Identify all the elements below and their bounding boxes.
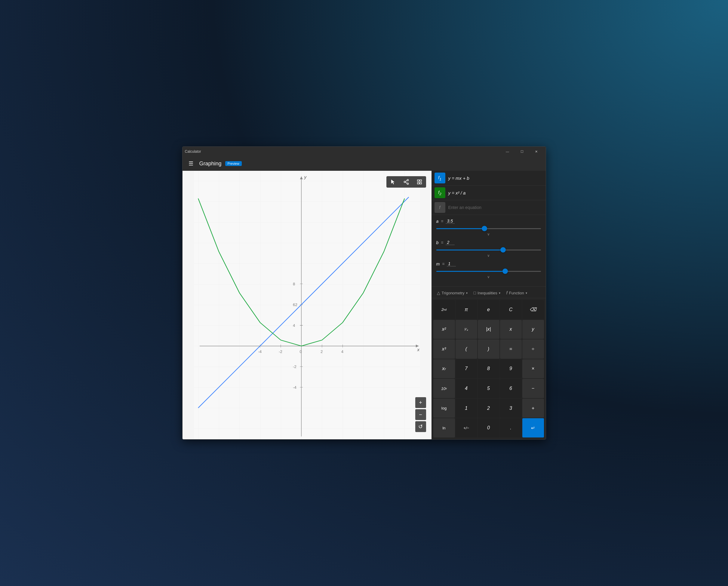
app-mode-title: Graphing (199, 161, 222, 167)
svg-marker-31 (391, 180, 394, 184)
minimize-button[interactable]: — (501, 147, 515, 156)
svg-rect-38 (420, 180, 422, 181)
key-5[interactable]: 5 (478, 379, 499, 398)
function-entry-1[interactable]: f1 y = mx + b (432, 171, 546, 186)
function-badge-1: f1 (435, 172, 445, 183)
slider-b-track[interactable] (436, 247, 541, 253)
graph-area[interactable]: x y -4 -2 0 2 4 6 4 -2 -4 (183, 171, 432, 439)
key-open-paren[interactable]: ( (456, 340, 477, 359)
calculator-window: Calculator — ☐ ✕ ☰ Graphing Preview (182, 146, 546, 440)
func-icon: f (506, 290, 508, 295)
key-2nd[interactable]: 2nd (433, 300, 455, 319)
tab-trigonometry[interactable]: △ Trigonometry ▾ (434, 289, 471, 297)
key-10x[interactable]: 10x (433, 379, 455, 398)
tab-function[interactable]: f Function ▾ (503, 289, 530, 297)
key-1[interactable]: 1 (456, 399, 477, 418)
zoom-controls: + − ↺ (415, 397, 426, 432)
keypad: 2nd π e C ⌫ x² ¹⁄ₓ |x| x y x³ ( ) = ÷ (432, 298, 546, 439)
slider-m-track[interactable] (436, 268, 541, 274)
zoom-reset-button[interactable]: ↺ (415, 421, 426, 432)
svg-line-35 (405, 181, 407, 182)
zoom-in-button[interactable]: + (415, 397, 426, 408)
slider-m: m = 1 ∨ (436, 261, 541, 279)
svg-rect-40 (420, 183, 422, 184)
key-6[interactable]: 6 (500, 379, 522, 398)
zoom-out-button[interactable]: − (415, 409, 426, 420)
svg-point-33 (404, 181, 405, 183)
key-divide[interactable]: ÷ (522, 340, 544, 359)
slider-a-track[interactable] (436, 225, 541, 232)
key-4[interactable]: 4 (456, 379, 477, 398)
key-e[interactable]: e (478, 300, 499, 319)
ineq-chevron-icon: ▾ (499, 291, 500, 295)
svg-text:4: 4 (341, 349, 343, 354)
key-enter[interactable]: ↵ (522, 418, 544, 437)
function-formula-2: y = x² / a (448, 190, 466, 195)
key-0[interactable]: 0 (478, 418, 499, 437)
key-log[interactable]: log (433, 399, 455, 418)
slider-m-var: m (436, 262, 440, 266)
key-9[interactable]: 9 (500, 359, 522, 378)
slider-b-expand[interactable]: ∨ (436, 254, 541, 258)
hamburger-menu-icon[interactable]: ☰ (186, 160, 196, 167)
function-entry-3[interactable]: f Enter an equation (432, 200, 546, 215)
slider-a-expand[interactable]: ∨ (436, 232, 541, 236)
key-decimal[interactable]: . (500, 418, 522, 437)
trig-chevron-icon: ▾ (466, 291, 468, 295)
svg-point-32 (407, 180, 408, 181)
key-backspace[interactable]: ⌫ (522, 300, 544, 319)
key-clear[interactable]: C (500, 300, 522, 319)
key-7[interactable]: 7 (456, 359, 477, 378)
close-button[interactable]: ✕ (529, 147, 543, 156)
fullscreen-button[interactable] (413, 176, 426, 188)
svg-rect-1 (194, 171, 420, 439)
function-entry-2[interactable]: f2 y = x² / a (432, 186, 546, 200)
tab-inequalities[interactable]: □ Inequalities ▾ (471, 289, 503, 297)
key-plus-minus[interactable]: +/− (456, 418, 477, 437)
key-reciprocal[interactable]: ¹⁄ₓ (456, 320, 477, 339)
app-header: ☰ Graphing Preview (183, 156, 546, 171)
key-multiply[interactable]: × (522, 359, 544, 378)
svg-text:-4: -4 (258, 349, 262, 354)
key-x-cubed[interactable]: x³ (433, 340, 455, 359)
maximize-button[interactable]: ☐ (515, 147, 529, 156)
key-3[interactable]: 3 (500, 399, 522, 418)
slider-m-expand[interactable]: ∨ (436, 275, 541, 279)
graph-svg: x y -4 -2 0 2 4 6 4 -2 -4 (183, 171, 432, 439)
slider-b: b = 2 ∨ (436, 240, 541, 258)
slider-m-value[interactable]: 1 (447, 261, 456, 266)
ineq-icon: □ (474, 290, 476, 295)
tab-trig-label: Trigonometry (442, 291, 465, 295)
key-ln[interactable]: ln (433, 418, 455, 437)
key-y[interactable]: y (522, 320, 544, 339)
slider-b-thumb[interactable] (500, 247, 506, 252)
title-bar-controls: — ☐ ✕ (501, 147, 543, 156)
svg-line-36 (405, 183, 407, 183)
key-x-power-y[interactable]: xy (433, 359, 455, 378)
svg-rect-39 (417, 183, 419, 184)
key-subtract[interactable]: − (522, 379, 544, 398)
key-equals[interactable]: = (500, 340, 522, 359)
key-pi[interactable]: π (456, 300, 477, 319)
key-2[interactable]: 2 (478, 399, 499, 418)
key-x-squared[interactable]: x² (433, 320, 455, 339)
graph-toolbar (386, 176, 426, 188)
slider-a: a = 3.5 ∨ (436, 219, 541, 236)
slider-m-thumb[interactable] (502, 268, 508, 274)
slider-b-value[interactable]: 2 (446, 240, 454, 245)
slider-a-thumb[interactable] (482, 226, 487, 231)
share-button[interactable] (400, 176, 413, 188)
svg-text:6: 6 (293, 302, 295, 307)
svg-text:0: 0 (300, 349, 302, 354)
key-close-paren[interactable]: ) (478, 340, 499, 359)
key-8[interactable]: 8 (478, 359, 499, 378)
key-abs[interactable]: |x| (478, 320, 499, 339)
key-add[interactable]: + (522, 399, 544, 418)
slider-a-value[interactable]: 3.5 (446, 219, 454, 224)
app-title: Calculator (185, 150, 201, 154)
select-tool-button[interactable] (386, 176, 400, 188)
function-placeholder-3: Enter an equation (448, 205, 482, 210)
key-x[interactable]: x (500, 320, 522, 339)
function-formula-1: y = mx + b (448, 176, 469, 181)
svg-text:8: 8 (293, 282, 295, 286)
